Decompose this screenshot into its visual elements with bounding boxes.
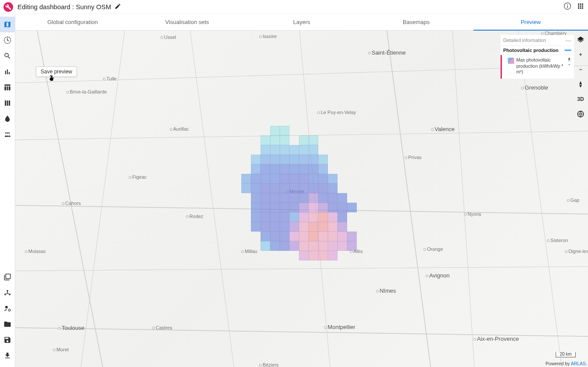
legend-title-label: Photovoltaic production	[503, 48, 559, 53]
tab-basemaps[interactable]: Basemaps	[359, 14, 473, 30]
city-label: Tulle	[103, 76, 116, 81]
apps-icon[interactable]	[577, 2, 585, 11]
city-label: Aix-en-Provence	[473, 336, 519, 342]
chevron-down-icon[interactable]	[567, 62, 571, 67]
city-label: Gap	[567, 197, 580, 203]
drag-handle-icon[interactable]: ⋮⋮	[503, 57, 507, 75]
download-icon[interactable]	[567, 57, 571, 62]
attribution-link[interactable]: ARLAS	[571, 361, 586, 366]
city-label: Castres	[152, 325, 172, 330]
city-label: Nyons	[464, 211, 481, 217]
attribution: Powered by ARLAS.	[546, 361, 587, 366]
svg-line-15	[15, 267, 588, 271]
sidebar-map-icon[interactable]	[0, 17, 15, 32]
heatmap-grid	[241, 126, 357, 260]
city-label: Montpellier	[324, 324, 355, 330]
sidebar-user-settings-icon[interactable]	[0, 301, 15, 316]
city-label: Rodez	[186, 214, 203, 219]
legend-swatch-icon	[508, 58, 514, 64]
cursor-pointer-icon	[48, 75, 55, 83]
city-label: Figeac	[129, 174, 146, 180]
svg-line-8	[190, 31, 234, 367]
sidebar-people-icon[interactable]	[0, 127, 15, 142]
app-logo	[3, 2, 13, 12]
city-label: Avignon	[426, 272, 450, 279]
legend-toggle-icon[interactable]	[564, 49, 571, 51]
sidebar	[0, 14, 15, 367]
sidebar-columns-icon[interactable]	[0, 95, 15, 111]
sidebar-search-icon[interactable]	[0, 48, 15, 64]
sidebar-network-icon[interactable]	[0, 285, 15, 301]
pencil-icon[interactable]	[115, 3, 121, 11]
sidebar-download-icon[interactable]	[0, 348, 15, 364]
sidebar-folder-icon[interactable]	[0, 316, 15, 332]
info-icon[interactable]	[564, 2, 571, 11]
city-label: Ussel	[160, 35, 176, 40]
legend-header-label: Detailed information	[503, 38, 546, 43]
svg-point-0	[7, 290, 8, 292]
sidebar-timeline-icon[interactable]	[0, 32, 15, 48]
zoom-out-button[interactable]: −	[576, 65, 585, 74]
collapse-icon[interactable]: —	[565, 37, 571, 44]
city-label: Moissac	[25, 249, 46, 254]
legend-header[interactable]: Detailed information —	[501, 35, 574, 46]
city-label: Brive-la-Gaillarde	[66, 89, 107, 94]
legend-title-row[interactable]: Photovoltaic production	[501, 46, 574, 55]
city-label: Aurillac	[170, 126, 189, 132]
city-label: Grenoble	[521, 84, 548, 91]
city-label: Orange	[424, 246, 443, 252]
zoom-in-button[interactable]: +	[576, 50, 585, 59]
tab-global-configuration[interactable]: Global configuration	[15, 14, 130, 30]
sidebar-analytics-icon[interactable]	[0, 64, 15, 80]
sidebar-opacity-icon[interactable]	[0, 111, 15, 127]
city-label: Toulouse	[58, 325, 84, 331]
save-preview-tooltip: Save preview	[36, 66, 77, 77]
sidebar-save-icon[interactable]	[0, 332, 15, 348]
sidebar-library-icon[interactable]	[0, 269, 15, 285]
city-label: Issoire	[259, 34, 277, 39]
tab-visualisation-sets[interactable]: Visualisation sets	[130, 14, 244, 30]
tabs: Global configurationVisualisation setsLa…	[15, 14, 588, 31]
svg-line-17	[452, 31, 474, 367]
north-arrow-icon[interactable]	[576, 80, 585, 89]
svg-line-7	[37, 31, 103, 367]
header: Editing dashboard : Sunny OSM	[0, 0, 588, 14]
svg-line-10	[387, 31, 431, 367]
legend-item[interactable]: ⋮⋮ Max photovoltaic production (kWh/kWp …	[501, 55, 574, 79]
city-label: Valence	[431, 126, 455, 132]
map-area[interactable]: UsselIssoireChambérySaint-ÉtienneTulleBr…	[15, 31, 588, 367]
scale-bar: 20 km	[556, 352, 576, 357]
tab-layers[interactable]: Layers	[244, 14, 359, 30]
city-label: Saint-Étienne	[368, 49, 406, 56]
city-label: Privas	[405, 155, 422, 160]
svg-line-12	[518, 31, 562, 367]
map-controls: + − 3D	[576, 35, 585, 119]
tab-preview[interactable]: Preview	[473, 14, 588, 30]
city-label: Béziers	[259, 362, 279, 367]
page-title: Editing dashboard : Sunny OSM	[17, 3, 111, 10]
city-label: Cahors	[62, 201, 80, 206]
city-label: Digne-les-Bains	[565, 249, 588, 254]
svg-point-4	[5, 306, 8, 308]
city-label: Sisteron	[547, 238, 568, 243]
globe-icon[interactable]	[576, 109, 585, 119]
sidebar-table-icon[interactable]	[0, 80, 15, 95]
layers-icon[interactable]	[576, 35, 585, 45]
mode-3d-button[interactable]: 3D	[576, 94, 585, 104]
legend-item-label: Max photovoltaic production (kWh/kWp * m…	[516, 57, 566, 75]
legend-panel: Detailed information — Photovoltaic prod…	[501, 35, 574, 79]
city-label: Nîmes	[376, 287, 396, 294]
city-label: Muret	[53, 347, 69, 352]
city-label: Le Puy-en-Velay	[317, 110, 356, 115]
svg-point-3	[7, 292, 8, 294]
